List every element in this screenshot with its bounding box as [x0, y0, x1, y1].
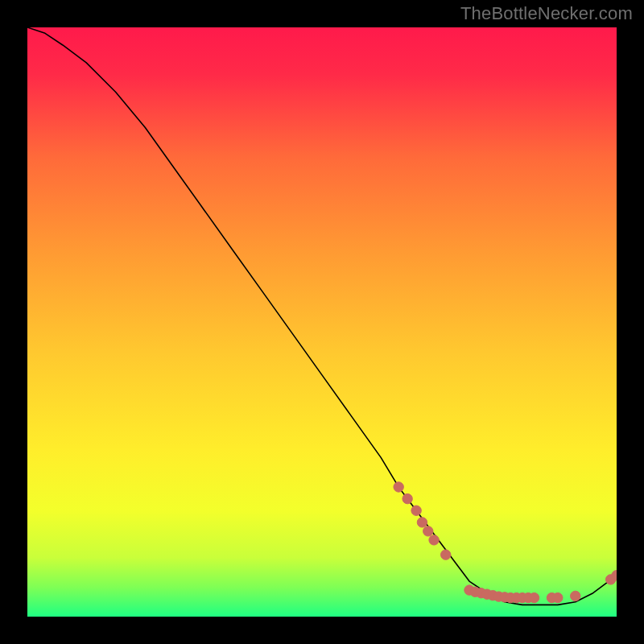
- chart-stage: TheBottleNecker.com: [0, 0, 644, 644]
- data-point-p5: [423, 526, 433, 536]
- data-point-p21: [553, 592, 563, 602]
- data-point-p3: [411, 506, 421, 515]
- data-point-p6: [429, 535, 439, 545]
- data-point-p4: [417, 518, 427, 527]
- plot-area: [27, 27, 617, 617]
- data-point-p19: [529, 592, 539, 602]
- chart-svg: [27, 27, 617, 617]
- data-point-p2: [402, 493, 412, 503]
- data-point-p1: [394, 482, 403, 492]
- data-point-p7: [441, 550, 451, 559]
- gradient-background: [27, 27, 617, 617]
- watermark-label: TheBottleNecker.com: [460, 3, 633, 24]
- data-point-p22: [571, 591, 580, 601]
